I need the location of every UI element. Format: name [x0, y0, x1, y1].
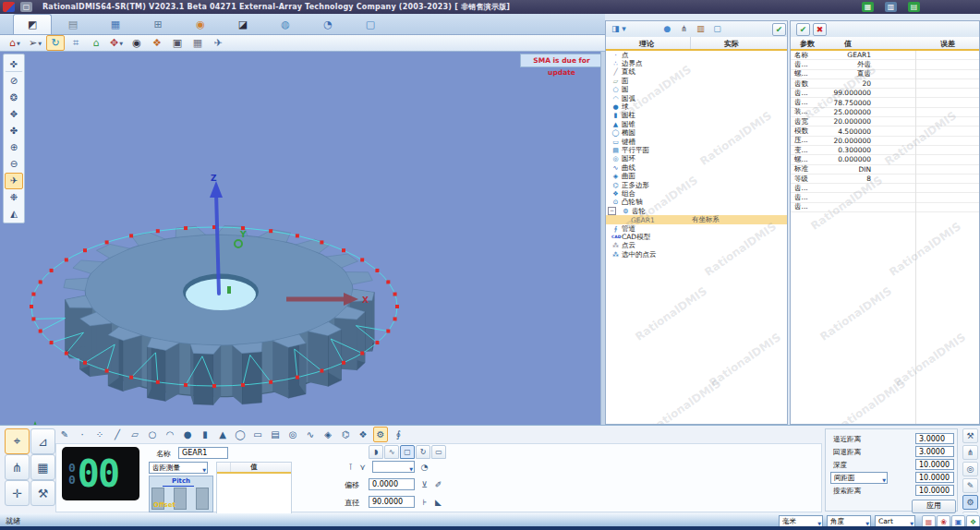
cone-feature-icon[interactable]: ▲ [215, 427, 230, 442]
probe-param-input[interactable] [915, 433, 954, 444]
tree-item-parallel-planes[interactable]: ▤平行平面 [606, 146, 787, 154]
param-row[interactable]: 齿数20 [791, 79, 979, 89]
axes-button[interactable]: ✥▼ [107, 35, 126, 51]
probe-param-input[interactable] [915, 459, 954, 470]
tree-item-plane[interactable]: ▱面 [606, 77, 787, 85]
param-row[interactable]: 齿... [791, 203, 979, 212]
probe-view-icon[interactable]: ⋔ [678, 23, 690, 34]
param-row[interactable]: 标准DIN [791, 165, 979, 175]
tree-item-curve[interactable]: ∿曲线 [606, 163, 787, 172]
probe-fly-icon[interactable]: ✈ [5, 173, 23, 189]
probe-mode-tab[interactable]: ◗ [369, 445, 383, 459]
surface-feature-icon[interactable]: ◈ [321, 427, 335, 442]
tree-item-torus[interactable]: ◎圆环 [606, 155, 787, 163]
line-feature-icon[interactable]: ╱ [110, 427, 125, 442]
param-row[interactable]: 装...25.000000 [791, 108, 979, 117]
probe-align-icon[interactable]: ◭ [5, 206, 23, 223]
target-icon[interactable]: ◎ [962, 462, 978, 476]
tree-item-polygon[interactable]: ⌬正多边形 [606, 181, 787, 189]
colors-ribbon-tab[interactable]: ◉ [179, 15, 222, 34]
tree-item-camshaft[interactable]: ⊙凸轮轴 [606, 199, 787, 207]
basket-view-icon[interactable]: ▥ [695, 23, 707, 34]
settings-gear-icon[interactable]: ⚙ [962, 495, 978, 510]
calculator-button[interactable]: ▦ [30, 454, 55, 480]
expand-toggle-icon[interactable]: − [608, 207, 616, 215]
ink-ribbon-tab[interactable]: ◪ [222, 15, 264, 34]
rotate-mode-tab[interactable]: ↻ [416, 445, 430, 459]
point-grid-feature-icon[interactable]: ⁘ [92, 427, 107, 442]
probe-param-input[interactable] [915, 485, 954, 496]
orbit-button[interactable]: ↻ [46, 35, 65, 51]
probe-ribbon-tab[interactable]: ◩ [13, 14, 52, 34]
sphere-feature-icon[interactable]: ● [180, 427, 195, 442]
tree-item-circle[interactable]: ○圆 [606, 86, 787, 94]
sensor-t-icon[interactable]: ⊺ [345, 461, 357, 473]
tree-item-combine[interactable]: ❖组合 [606, 189, 787, 198]
plane-feature-icon[interactable]: ▱ [127, 427, 142, 442]
param-row[interactable]: 齿...78.750000 [791, 98, 979, 107]
fly-probe-button[interactable]: ✈ [209, 35, 227, 51]
table-ribbon-tab[interactable]: ▦ [94, 15, 137, 34]
torus-feature-icon[interactable]: ◎ [285, 427, 300, 442]
tree-item-cad-model[interactable]: CADCAD模型 [606, 233, 787, 241]
combine-feature-icon[interactable]: ❖ [356, 427, 370, 442]
diameter-pick-icon[interactable]: ⊦ [418, 496, 430, 508]
screen-view-icon[interactable]: ▢ [711, 23, 723, 34]
param-row[interactable]: 齿... [791, 184, 979, 193]
offset-edit-icon[interactable]: ✐ [432, 478, 444, 490]
param-row[interactable]: 螺...直齿 [791, 70, 979, 79]
machine-icon[interactable]: ⚒ [962, 428, 978, 443]
offset-input[interactable] [369, 478, 415, 490]
eye-button[interactable]: ◉ [127, 35, 146, 51]
tree-item-cone[interactable]: ▲圆锥 [606, 120, 787, 128]
auto-run-icon[interactable]: ◔ [418, 461, 430, 473]
probe-pen-feature-icon[interactable]: ✎ [57, 427, 72, 442]
house-3d-button[interactable]: ⌂ [87, 35, 105, 51]
camera-label-button[interactable]: ▣ [168, 35, 187, 51]
tree-item-boundary-point[interactable]: ∴边界点 [606, 59, 787, 67]
tree-item-surface[interactable]: ◈曲面 [606, 172, 787, 180]
polygon-feature-icon[interactable]: ⌬ [338, 427, 353, 442]
param-row[interactable]: 变...0.300000 [791, 146, 979, 155]
cylinder-feature-icon[interactable]: ▮ [198, 427, 212, 442]
probe-add-icon[interactable]: ⊕ [5, 139, 23, 155]
spacing-plane-dropdown[interactable]: 间距面▼ [830, 472, 888, 484]
alignment-axes-button[interactable]: ✛ [5, 480, 30, 506]
probe-tool-button[interactable]: ⋔ [5, 454, 30, 480]
tree-item-point-cloud[interactable]: ⁂点云 [606, 242, 787, 250]
param-row[interactable]: 齿... [791, 193, 979, 202]
window-mode-tab[interactable]: ▢ [400, 445, 415, 459]
probe-rotate-icon[interactable]: ✤ [5, 122, 23, 139]
angle-tool-button[interactable]: ⊿ [30, 428, 55, 454]
printer-ribbon-tab[interactable]: ⊞ [137, 15, 179, 34]
display-icon[interactable]: ▥ [885, 2, 897, 12]
curve-feature-icon[interactable]: ∿ [303, 427, 318, 442]
tree-item-line[interactable]: ╱直线 [606, 68, 787, 77]
edit-probe-icon[interactable]: ✎ [962, 478, 978, 493]
measure-feature-button[interactable]: ⌖ [5, 428, 30, 454]
clock-ribbon-tab[interactable]: ◔ [307, 15, 349, 34]
param-row[interactable]: 螺...0.000000 [791, 155, 979, 164]
shield-ribbon-tab[interactable]: ◍ [264, 15, 307, 34]
param-row[interactable]: 齿宽20.000000 [791, 117, 979, 126]
card-mode-tab[interactable]: ▭ [431, 445, 446, 459]
pin-icon[interactable]: ✜ [5, 55, 23, 72]
tree-item-gear1[interactable]: GEAR1有坐标系 [606, 215, 787, 223]
param-row[interactable]: 模数4.500000 [791, 126, 979, 136]
remote-monitor-icon[interactable]: ▦ [862, 2, 874, 12]
tree-item-selected-point-cloud[interactable]: ⁂选中的点云 [606, 250, 787, 259]
tolerance-dropdown[interactable]: ▼ [372, 461, 415, 473]
tree-item-gear[interactable]: −⚙齿轮 [606, 207, 787, 215]
tree-item-ellipse[interactable]: ◯椭圆 [606, 129, 787, 138]
point-feature-icon[interactable]: · [75, 427, 90, 442]
probe-manual-icon[interactable]: ✥ [5, 105, 23, 122]
box-button[interactable]: ▦ [188, 35, 207, 51]
param-row[interactable]: 齿...外齿 [791, 60, 979, 69]
home-dropdown-arrow[interactable]: ▼ [17, 41, 20, 46]
feature-cube-icon[interactable]: ◨ ▾ [611, 23, 626, 34]
gear-feature-icon[interactable]: ⚙ [373, 427, 388, 442]
tree-item-slot[interactable]: ▭键槽 [606, 138, 787, 146]
home-button[interactable]: ⌂▼ [6, 35, 24, 51]
document-ribbon-tab[interactable]: ▤ [52, 15, 94, 34]
tree-item-arc[interactable]: ◠圆弧 [606, 94, 787, 102]
